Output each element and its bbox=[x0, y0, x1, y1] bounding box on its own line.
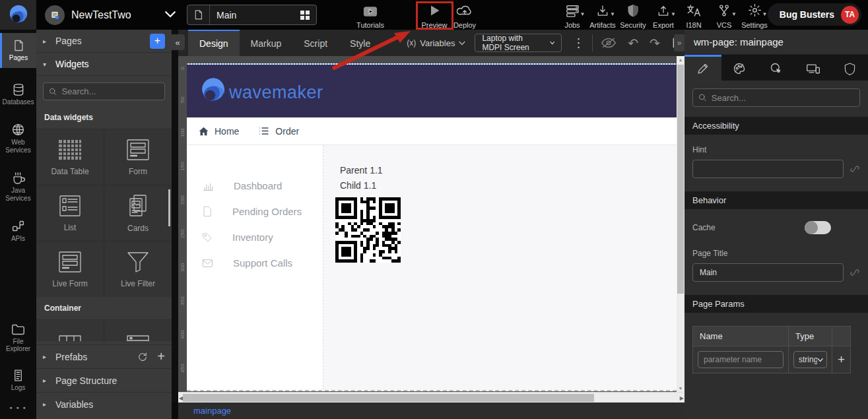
pages-section-header[interactable]: ▸ Pages + bbox=[36, 30, 172, 53]
deploy-button[interactable]: Deploy bbox=[446, 3, 484, 29]
canvas-column: Design Markup Script Style (x) Variables… bbox=[178, 30, 684, 419]
collapse-panel-button[interactable]: « bbox=[170, 34, 185, 50]
widget-live-form[interactable]: Live Form bbox=[36, 242, 104, 297]
device-selector-label: Laptop with MDPI Screen bbox=[482, 34, 543, 52]
page-title-input[interactable] bbox=[692, 263, 844, 282]
i18n-label: I18N bbox=[686, 21, 701, 29]
properties-tabs bbox=[684, 55, 868, 81]
left-sidebar: Pages Databases Web Services Java Servic… bbox=[0, 30, 36, 419]
canvas-horizontal-scrollbar[interactable]: ◀ ▶ bbox=[178, 392, 684, 403]
canvas-more-menu[interactable]: ⋮ bbox=[572, 40, 584, 47]
sidebar-spacer bbox=[0, 249, 36, 317]
user-avatar[interactable]: TA bbox=[841, 6, 859, 24]
sidebar-item-file-explorer[interactable]: File Explorer bbox=[0, 317, 36, 359]
team-button[interactable]: Bug Busters TA bbox=[768, 3, 861, 26]
device-selector[interactable]: Laptop with MDPI Screen bbox=[475, 34, 562, 52]
app-logo[interactable] bbox=[0, 0, 36, 30]
page-structure-section-header[interactable]: ▸ Page Structure bbox=[36, 368, 172, 392]
file-explorer-icon bbox=[11, 323, 25, 336]
prefabs-section-header[interactable]: ▸ Prefabs + bbox=[36, 344, 172, 368]
tab-styles[interactable] bbox=[721, 55, 758, 81]
page-grid-icon[interactable] bbox=[294, 10, 316, 20]
properties-search-input[interactable] bbox=[712, 93, 854, 103]
widget-form[interactable]: Form bbox=[104, 129, 172, 185]
undo-icon[interactable]: ↶ bbox=[628, 36, 638, 51]
page-header[interactable]: wavemaker bbox=[187, 65, 677, 117]
logs-icon bbox=[12, 369, 24, 382]
menu-item-support-calls[interactable]: Support Calls bbox=[187, 250, 323, 276]
sidebar-item-databases[interactable]: Databases bbox=[0, 77, 36, 112]
scroll-down-icon[interactable]: ▼ bbox=[677, 386, 684, 391]
tab-properties[interactable] bbox=[684, 55, 721, 81]
variables-dropdown[interactable]: (x) Variables bbox=[407, 30, 465, 56]
pages-section-triangle-icon: ▸ bbox=[43, 38, 50, 45]
devices-icon bbox=[806, 63, 820, 75]
project-switcher[interactable]: NewTestTwo bbox=[45, 0, 176, 30]
scroll-right-icon[interactable]: ▶ bbox=[680, 395, 684, 401]
pending-orders-doc-icon bbox=[202, 206, 213, 217]
variables-section-header[interactable]: ▸ Variables bbox=[36, 392, 172, 416]
order-list-icon bbox=[259, 127, 269, 135]
vertical-scroll-thumb[interactable] bbox=[677, 65, 684, 294]
left-panel-scrollbar[interactable] bbox=[168, 189, 170, 226]
param-name-input[interactable] bbox=[698, 351, 784, 368]
widgets-section-header[interactable]: ▾ Widgets bbox=[36, 53, 172, 76]
widget-data-table[interactable]: Data Table bbox=[36, 129, 104, 185]
child-label: Child 1.1 bbox=[340, 180, 677, 191]
sidebar-item-apis[interactable]: APIs bbox=[0, 213, 36, 249]
tab-events[interactable] bbox=[758, 55, 795, 81]
param-actions-column-header bbox=[832, 327, 850, 346]
horizontal-scroll-thumb[interactable] bbox=[183, 394, 594, 402]
widget-cards[interactable]: Cards bbox=[104, 185, 172, 241]
tab-design[interactable]: Design bbox=[188, 30, 240, 56]
cache-toggle[interactable] bbox=[805, 221, 831, 234]
widget-layout[interactable] bbox=[36, 320, 104, 341]
sidebar-item-web-services[interactable]: Web Services bbox=[0, 117, 36, 160]
tab-style[interactable]: Style bbox=[339, 30, 382, 56]
jobs-icon: ▼ bbox=[566, 3, 580, 17]
add-prefab-button[interactable]: + bbox=[157, 349, 165, 364]
page-preview[interactable]: wavemaker Home Order Dashboard bbox=[187, 63, 677, 391]
tab-devices[interactable] bbox=[795, 55, 832, 81]
tab-script[interactable]: Script bbox=[292, 30, 339, 56]
open-page-tab-mainpage[interactable]: mainpage bbox=[193, 406, 231, 416]
tab-security[interactable] bbox=[831, 55, 868, 81]
hint-bind-icon[interactable] bbox=[850, 164, 860, 174]
expand-panel-button[interactable]: » bbox=[674, 34, 684, 51]
sidebar-item-pages[interactable]: Pages bbox=[0, 33, 36, 68]
design-canvas: 0 50 100 150 200 250 300 350 400 450 wav… bbox=[178, 56, 684, 392]
widget-list[interactable]: List bbox=[36, 185, 104, 241]
menu-item-inventory[interactable]: Inventory bbox=[187, 224, 323, 250]
project-chevron-icon[interactable] bbox=[164, 9, 176, 21]
list-icon bbox=[57, 194, 83, 218]
page-selector[interactable]: Main bbox=[187, 5, 317, 25]
hide-preview-icon[interactable] bbox=[601, 37, 617, 49]
widget-panel[interactable] bbox=[104, 320, 172, 341]
sidebar-item-logs[interactable]: Logs bbox=[0, 363, 36, 398]
menu-item-dashboard[interactable]: Dashboard bbox=[187, 173, 323, 199]
tutorials-button[interactable]: Tutorials bbox=[351, 3, 389, 29]
tab-markup[interactable]: Markup bbox=[240, 30, 293, 56]
sidebar-more-icon[interactable]: ● ● ● bbox=[0, 397, 36, 419]
scroll-up-icon[interactable]: ▲ bbox=[677, 57, 684, 62]
add-page-button[interactable]: + bbox=[150, 34, 165, 49]
hint-input[interactable] bbox=[692, 160, 844, 178]
redo-icon[interactable]: ↷ bbox=[650, 36, 660, 51]
menu-item-pending-orders[interactable]: Pending Orders bbox=[187, 199, 323, 224]
param-type-select[interactable]: string bbox=[793, 351, 827, 368]
web-services-icon bbox=[11, 123, 25, 137]
widget-search-input[interactable] bbox=[61, 86, 159, 96]
sidebar-item-java-services[interactable]: Java Services bbox=[0, 165, 36, 208]
nav-item-home[interactable]: Home bbox=[199, 126, 239, 137]
search-icon bbox=[49, 87, 57, 96]
widget-live-filter-label: Live Filter bbox=[121, 279, 155, 288]
jobs-label: Jobs bbox=[564, 21, 580, 29]
nav-item-order[interactable]: Order bbox=[259, 126, 299, 137]
preview-icon bbox=[428, 3, 441, 17]
refresh-icon[interactable] bbox=[137, 352, 148, 362]
hint-label: Hint bbox=[692, 145, 860, 154]
page-title-bind-icon[interactable] bbox=[850, 267, 860, 278]
canvas-vertical-scrollbar[interactable]: ▲ ▼ bbox=[677, 56, 684, 392]
add-param-button[interactable]: + bbox=[832, 346, 850, 373]
widget-live-filter[interactable]: Live Filter bbox=[104, 242, 172, 297]
